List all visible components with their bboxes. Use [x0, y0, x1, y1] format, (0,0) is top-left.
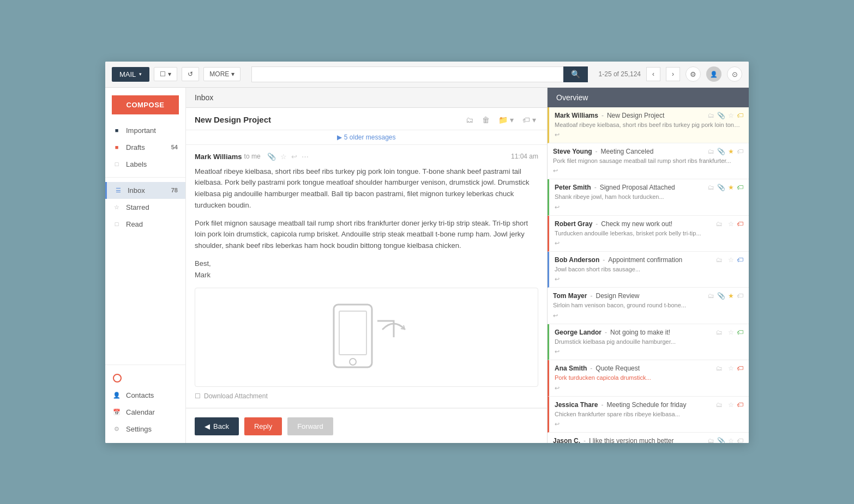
ov-attach-icon: 📎	[717, 292, 725, 300]
prev-page-button[interactable]: ‹	[646, 67, 660, 81]
compose-button[interactable]: COMPOSE	[112, 95, 179, 114]
sidebar-item-inbox[interactable]: ☰ Inbox 78	[105, 182, 185, 199]
ov-star-icon[interactable]: ★	[728, 184, 734, 191]
sidebar-item-labels[interactable]: □ Labels	[105, 156, 185, 173]
ov-tag-icon[interactable]: 🏷	[737, 112, 743, 119]
ov-sender: Jason C.	[553, 437, 580, 442]
sidebar-item-read[interactable]: □ Read	[105, 216, 185, 233]
avatar-button[interactable]: 👤	[706, 66, 721, 82]
ov-archive-icon[interactable]: 🗂	[708, 148, 714, 155]
compose-label: COMPOSE	[127, 101, 165, 109]
ov-archive-icon[interactable]: 🗂	[708, 184, 714, 191]
email-body-1-text: Meatloaf ribeye kielbasa, short ribs bee…	[195, 167, 529, 209]
inbox-icon: ☰	[115, 186, 122, 194]
sidebar-item-drafts[interactable]: ■ Drafts 54	[105, 139, 185, 156]
ov-archive-icon[interactable]: 🗂	[708, 292, 714, 300]
older-messages[interactable]: ▶ 5 older messages	[186, 130, 547, 145]
ov-preview: Chicken frankfurter spare ribs ribeye ki…	[555, 410, 743, 418]
ov-tag-icon[interactable]: 🏷	[737, 256, 743, 264]
sidebar-item-settings[interactable]: ⚙ Settings	[105, 421, 185, 438]
ov-tag-icon[interactable]: 🏷	[737, 292, 743, 300]
ov-subject: I like this version much better	[589, 437, 705, 442]
ov-subject: Check my new work out!	[601, 220, 713, 228]
download-attachment[interactable]: ☐ Download Attachment	[195, 392, 538, 400]
ov-tag-icon[interactable]: 🏷	[737, 148, 743, 155]
overview-item[interactable]: Jason C. - I like this version much bett…	[548, 433, 749, 442]
email-name: Mark	[195, 271, 211, 279]
overview-item-top: Jason C. - I like this version much bett…	[553, 437, 743, 442]
overview-item[interactable]: Tom Mayer - Design Review 🗂 📎 ★ 🏷 Sirloi…	[548, 288, 749, 324]
refresh-button[interactable]: ↺	[182, 67, 199, 81]
ov-star-icon[interactable]: ☆	[728, 256, 734, 264]
more-button[interactable]: MORE ▾	[203, 67, 240, 81]
search-button[interactable]: 🔍	[563, 66, 588, 82]
ov-actions: 🗂 ☆ 🏷	[716, 220, 743, 228]
archive-button[interactable]: 🗂	[464, 114, 476, 125]
main-layout: COMPOSE ■ Important ■ Drafts 54 □ Labels	[105, 88, 749, 443]
ov-star-icon[interactable]: ★	[728, 148, 734, 155]
ov-star-icon[interactable]: ☆	[728, 329, 734, 336]
overview-item-top: Steve Young - Meeting Canceled 🗂 📎 ★ 🏷	[553, 148, 743, 155]
email-more-icon[interactable]: ⋯	[302, 153, 309, 161]
overview-item[interactable]: Peter Smith - Signed Proposal Attached 🗂…	[548, 179, 749, 215]
sidebar-item-contacts[interactable]: 👤 Contacts	[105, 387, 185, 404]
ov-archive-icon[interactable]: 🗂	[716, 256, 723, 264]
ov-attach-icon: 📎	[717, 184, 725, 191]
account-settings-button[interactable]: ⊙	[727, 66, 742, 82]
ov-bottom: ↩	[555, 348, 743, 355]
ov-archive-icon[interactable]: 🗂	[716, 220, 723, 228]
overview-item[interactable]: Ana Smith - Quote Request 🗂 ☆ 🏷 Pork tur…	[548, 360, 749, 396]
sidebar-item-circle[interactable]	[105, 369, 185, 387]
ov-preview: Turducken andouille leberkas, brisket po…	[555, 229, 743, 238]
search-bar: 🔍	[251, 66, 587, 82]
overview-item[interactable]: Mark Williams - New Design Project 🗂 📎 ☆…	[548, 107, 749, 143]
ov-tag-icon[interactable]: 🏷	[737, 437, 743, 442]
tag-button[interactable]: 🏷 ▾	[520, 114, 538, 125]
ov-star-icon[interactable]: ☆	[728, 437, 734, 442]
sidebar-item-important[interactable]: ■ Important	[105, 122, 185, 139]
ov-tag-icon[interactable]: 🏷	[737, 184, 743, 191]
gear-icon: ⚙	[690, 70, 696, 78]
email-reply-icon[interactable]: ↩	[291, 153, 297, 161]
ov-star-icon[interactable]: ☆	[728, 220, 734, 228]
ov-tag-icon[interactable]: 🏷	[737, 401, 743, 409]
ov-star-icon[interactable]: ☆	[728, 112, 734, 119]
overview-item[interactable]: George Landor - Not going to make it! 🗂 …	[548, 324, 749, 360]
ov-sender: Jessica Thare	[555, 401, 598, 409]
reply-button[interactable]: Reply	[244, 417, 282, 435]
ov-archive-icon[interactable]: 🗂	[716, 401, 723, 409]
sidebar-item-starred[interactable]: ☆ Starred	[105, 199, 185, 216]
ov-archive-icon[interactable]: 🗂	[708, 112, 714, 119]
email-star-icon[interactable]: ☆	[280, 153, 287, 161]
overview-item[interactable]: Steve Young - Meeting Canceled 🗂 📎 ★ 🏷 P…	[548, 143, 749, 179]
overview-item[interactable]: Bob Anderson - Appointment confirmation …	[548, 252, 749, 288]
ov-tag-icon[interactable]: 🏷	[737, 329, 743, 336]
ov-tag-icon[interactable]: 🏷	[737, 365, 743, 372]
next-page-button[interactable]: ›	[666, 67, 680, 81]
ov-reply-icon: ↩	[553, 312, 558, 319]
sidebar-item-calendar[interactable]: 📅 Calendar	[105, 404, 185, 421]
back-button[interactable]: ◀ Back	[195, 417, 239, 435]
thread-subject: New Design Project	[195, 115, 459, 124]
email-actions: ◀ Back Reply Forward	[186, 408, 547, 443]
email-thread: New Design Project 🗂 🗑 📁 ▾ 🏷 ▾ ▶ 5 older…	[186, 108, 547, 443]
select-all-button[interactable]: ☐ ▾	[154, 67, 177, 81]
ov-actions: 🗂 📎 ☆ 🏷	[708, 437, 743, 442]
settings-button[interactable]: ⚙	[685, 66, 701, 82]
ov-archive-icon[interactable]: 🗂	[716, 329, 723, 336]
overview-item[interactable]: Jessica Thare - Meeting Schedule for fri…	[548, 397, 749, 433]
ov-preview: Sirloin ham venison bacon, ground round …	[553, 301, 743, 309]
delete-button[interactable]: 🗑	[480, 114, 492, 125]
ov-archive-icon[interactable]: 🗂	[708, 437, 714, 442]
forward-button[interactable]: Forward	[287, 417, 333, 435]
ov-star-icon[interactable]: ☆	[728, 401, 734, 409]
search-input[interactable]	[251, 66, 563, 82]
ov-star-icon[interactable]: ★	[728, 292, 734, 300]
sidebar-item-contacts-label: Contacts	[126, 391, 154, 399]
ov-tag-icon[interactable]: 🏷	[737, 220, 743, 228]
ov-star-icon[interactable]: ☆	[728, 365, 734, 372]
move-button[interactable]: 📁 ▾	[496, 114, 516, 125]
overview-item[interactable]: Robert Gray - Check my new work out! 🗂 ☆…	[548, 216, 749, 252]
mail-button[interactable]: MAIL ▾	[112, 67, 149, 82]
ov-archive-icon[interactable]: 🗂	[716, 365, 723, 372]
